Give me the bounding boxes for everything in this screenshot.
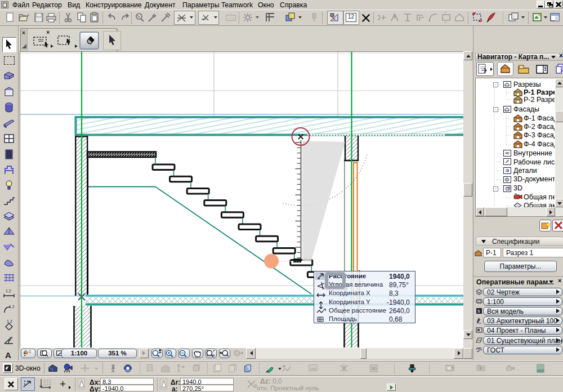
- svg-text:α: α: [10, 336, 12, 340]
- svg-text:1.2: 1.2: [7, 319, 12, 323]
- svg-text:A: A: [5, 350, 11, 360]
- svg-text:3D: 3D: [372, 366, 377, 371]
- svg-text:1.2: 1.2: [6, 289, 11, 293]
- svg-text:s: s: [477, 308, 480, 314]
- svg-text:1.2: 1.2: [9, 305, 15, 309]
